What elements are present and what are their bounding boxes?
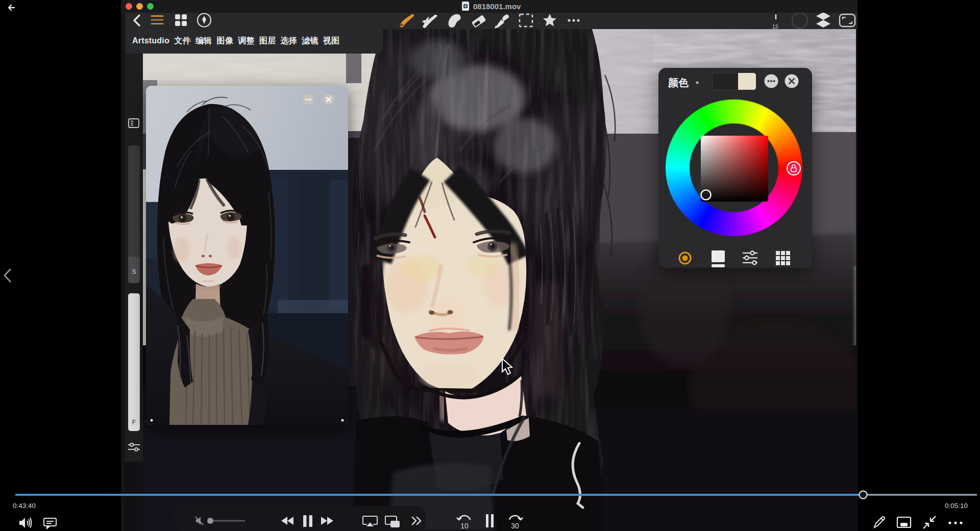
svg-text:10: 10 — [460, 522, 469, 530]
svg-text:0:05:10: 0:05:10 — [945, 502, 968, 510]
svg-text:0:43:40: 0:43:40 — [13, 502, 36, 510]
svg-text:30: 30 — [511, 522, 519, 530]
